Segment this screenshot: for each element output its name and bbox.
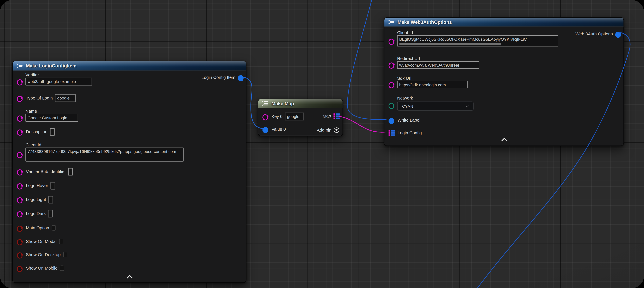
node-header-make-loginconfigitem[interactable]: Make LoginConfigItem [13,61,246,71]
node-title: Make Web3AuthOptions [398,20,452,25]
pin-login-config-item-output[interactable] [238,75,244,80]
pin-label-sdk-url: Sdk Url [397,76,468,81]
pin-label-logo-hover: Logo Hover [26,183,48,188]
pin-label-verifier: Verifier [26,72,92,78]
pin-type-of-login[interactable] [17,95,24,101]
pin-label-white-label: White Label [398,118,420,123]
pin-label-type-of-login: Type Of Login [26,95,53,101]
pin-name[interactable] [17,115,24,120]
pin-logo-dark[interactable] [17,211,24,216]
sdk-url-input[interactable]: https://sdk.openlogin.com [397,81,468,88]
pin-label-logo-light: Logo Light [26,197,46,202]
verifier-sub-identifier-input[interactable] [68,168,73,175]
show-on-mobile-checkbox[interactable] [60,265,64,271]
pin-client-id[interactable] [388,38,395,44]
pin-label-logo-dark: Logo Dark [26,211,46,216]
client-id-input[interactable]: 774338308167-q463s7kpvja16l4l0kko3nb925i… [26,148,184,161]
blueprint-graph-viewport: Make LoginConfigItem Verifier web3auth-g… [0,0,644,288]
pin-value-0[interactable] [262,127,269,132]
pin-label-map: Map [322,113,331,119]
pin-redirect-url[interactable] [388,62,395,68]
show-on-desktop-checkbox[interactable] [63,252,67,257]
node-header-make-map[interactable]: Make Map [258,99,342,108]
pin-logo-hover[interactable] [17,183,24,188]
pin-key-0[interactable] [262,114,269,119]
pin-label-network: Network [397,95,474,101]
pin-label-login-config-item: Login Config Item [202,75,235,80]
node-make-web3authoptions[interactable]: Make Web3AuthOptions Client Id BEglQSgt4… [384,17,624,146]
make-struct-icon [388,19,395,25]
pin-verifier[interactable] [17,79,24,84]
pin-show-on-modal[interactable] [17,239,24,244]
chevron-down-icon [466,104,469,107]
pin-label-client-id: Client Id [397,30,558,36]
pin-label-name: Name [26,108,78,114]
network-dropdown[interactable]: CYAN [397,102,474,111]
logo-dark-input[interactable] [48,210,53,217]
logo-hover-input[interactable] [50,182,55,189]
pin-label-login-config: Login Config [398,130,422,136]
pin-login-config[interactable] [388,130,395,136]
blueprint-graph-canvas[interactable]: Make LoginConfigItem Verifier web3auth-g… [0,0,644,288]
pin-label-main-option: Main Option [26,225,49,231]
description-input[interactable] [50,128,54,136]
logo-light-input[interactable] [48,196,53,203]
pin-verifier-sub-identifier[interactable] [17,169,24,174]
add-pin-button[interactable] [334,127,339,133]
key-0-input[interactable]: google [285,113,304,120]
client-id-scrollbar[interactable] [399,43,501,45]
show-on-modal-checkbox[interactable] [59,239,63,244]
node-make-map[interactable]: Make Map Key 0 google Map Value 0 Add pi… [258,99,343,136]
pin-label-show-on-desktop: Show On Desktop [26,252,61,257]
pin-label-key-0: Key 0 [272,114,282,119]
pin-label-verifier-sub-identifier: Verifier Sub Identifier [26,169,66,174]
wire-offscreen-to-whitelabel[interactable] [348,0,386,120]
client-id-text: BEglQSgt4cUWcj6SKRdu5QkOXTsePmMcusG5EAoy… [399,37,527,42]
pin-label-description: Description [26,129,48,134]
pin-map-output[interactable] [334,113,340,119]
pin-label-show-on-modal: Show On Modal [26,239,56,244]
pin-logo-light[interactable] [17,197,24,202]
pin-show-on-desktop[interactable] [17,252,24,257]
verifier-input[interactable]: web3auth-google-example [26,78,92,86]
pin-network[interactable] [388,102,395,108]
pin-client-id[interactable] [17,152,24,157]
pin-description[interactable] [17,129,24,134]
pin-white-label[interactable] [388,118,395,123]
collapse-node-chevron-icon[interactable] [127,275,133,281]
pin-label-show-on-mobile: Show On Mobile [26,265,58,271]
type-of-login-input[interactable]: google [55,94,76,102]
pin-show-on-mobile[interactable] [17,265,24,271]
pin-label-redirect-url: Redirect Url [397,56,479,61]
name-input[interactable]: Google Custom Login [26,114,78,122]
add-pin-label: Add pin [317,127,332,133]
node-header-make-web3authoptions[interactable]: Make Web3AuthOptions [384,18,624,27]
wire-map-to-loginconfig[interactable] [339,116,386,132]
network-dropdown-value: CYAN [402,104,414,108]
collapse-node-chevron-icon[interactable] [502,138,507,144]
pin-sdk-url[interactable] [388,82,395,87]
node-title: Make LoginConfigItem [26,63,76,68]
pin-web3auth-options-output[interactable] [615,31,622,37]
node-make-loginconfigitem[interactable]: Make LoginConfigItem Verifier web3auth-g… [12,61,246,283]
main-option-checkbox[interactable] [52,225,56,231]
pin-label-value-0: Value 0 [272,127,286,132]
pin-label-client-id: Client Id [26,142,184,148]
make-map-icon [262,101,269,106]
pin-main-option[interactable] [17,225,24,231]
make-struct-icon [16,63,23,69]
pin-label-web3auth-options: Web 3Auth Options [576,31,613,37]
node-title: Make Map [272,101,294,106]
redirect-url-input[interactable]: w3a://com.w3a.Web3AuthUnreal [397,61,479,69]
client-id-input[interactable]: BEglQSgt4cUWcj6SKRdu5QkOXTsePmMcusG5EAoy… [397,36,558,47]
